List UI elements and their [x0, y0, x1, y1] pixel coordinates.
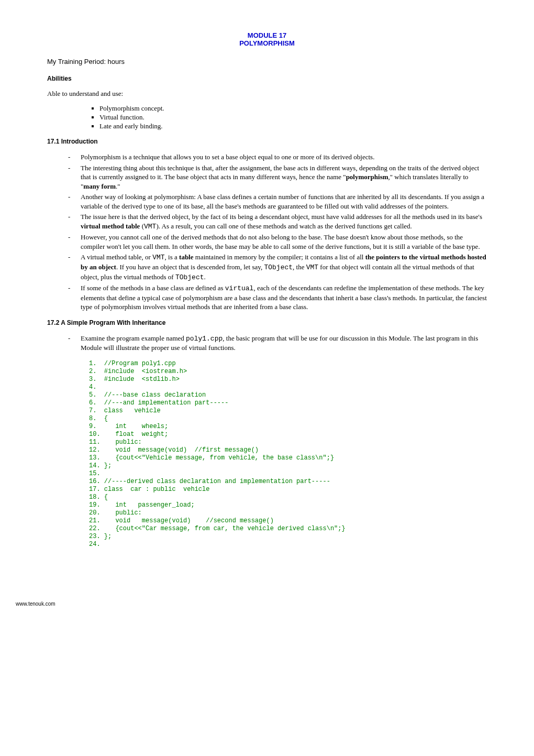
footer: www.tenouk.com	[0, 601, 534, 607]
module-title: MODULE 17	[47, 31, 487, 39]
training-period: My Training Period: hours	[47, 58, 487, 65]
list-item: Virtual function.	[99, 113, 487, 122]
abilities-list: Polymorphism concept. Virtual function. …	[47, 104, 487, 130]
introduction-header: 17.1 Introduction	[47, 138, 487, 145]
simple-program-header: 17.2 A Simple Program With Inheritance	[47, 319, 487, 326]
list-item: Late and early binding.	[99, 122, 487, 130]
topic-title: POLYMORPHISM	[47, 39, 487, 47]
list-item: The issue here is that the derived objec…	[68, 212, 487, 231]
list-item: The interesting thing about this techniq…	[68, 163, 487, 191]
list-item: If some of the methods in a base class a…	[68, 283, 487, 312]
introduction-list: Polymorphism is a technique that allows …	[47, 152, 487, 312]
title-block: MODULE 17 POLYMORPHISM	[47, 31, 487, 47]
simple-program-list: Examine the program example named poly1.…	[47, 334, 487, 353]
code-listing: 1. //Program poly1.cpp 2. #include <iost…	[89, 360, 487, 549]
list-item: Polymorphism concept.	[99, 104, 487, 113]
page: MODULE 17 POLYMORPHISM My Training Perio…	[0, 0, 534, 569]
list-item: A virtual method table, or VMT, is a tab…	[68, 253, 487, 282]
abilities-intro: Able to understand and use:	[47, 90, 487, 98]
list-item: Examine the program example named poly1.…	[68, 334, 487, 353]
list-item: Another way of looking at polymorphism: …	[68, 192, 487, 211]
abilities-header: Abilities	[47, 75, 487, 82]
list-item: Polymorphism is a technique that allows …	[68, 152, 487, 162]
list-item: However, you cannot call one of the deri…	[68, 233, 487, 251]
